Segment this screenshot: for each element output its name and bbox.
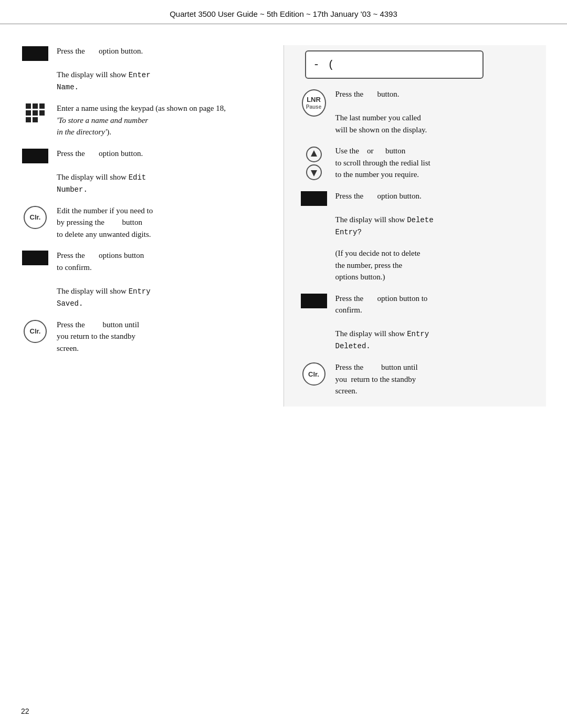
left-step-4-text: Edit the number if you need to by pressi… — [57, 205, 268, 241]
page-number: 22 — [21, 707, 29, 715]
svg-marker-3 — [311, 170, 317, 176]
header-title: Quartet 3500 User Guide ~ 5th Edition ~ … — [170, 9, 397, 18]
left-column: Press the option button. The display wil… — [21, 45, 284, 407]
left-step-2: Enter a name using the keypad (as shown … — [21, 102, 268, 138]
right-step-3: Press the option button. The display wil… — [300, 190, 547, 238]
svg-marker-1 — [311, 150, 317, 157]
right-step-4-text: (If you decide not to delete the number,… — [335, 247, 547, 283]
left-step-3: Press the option button. The display wil… — [21, 148, 268, 195]
right-step-2-text: Use the or button to scroll through the … — [335, 145, 547, 181]
left-step-5-text: Press the options buttonto confirm. The … — [57, 249, 268, 309]
left-step-5: Press the options buttonto confirm. The … — [21, 249, 268, 309]
right-step-6: Clr. Press the button until you return t… — [300, 361, 547, 397]
right-step-5-text: Press the option button toconfirm. The d… — [335, 293, 547, 352]
clr-button-icon-2: Clr. — [21, 320, 49, 343]
keypad-icon — [21, 103, 49, 122]
right-step-6-text: Press the button until you return to the… — [335, 361, 547, 397]
right-column: - ( LNR Pause Press the button. The last… — [284, 45, 547, 407]
left-step-2-text: Enter a name using the keypad (as shown … — [57, 102, 268, 138]
black-rect-icon-r5 — [300, 294, 328, 308]
left-step-1: Press the option button. The display wil… — [21, 45, 268, 93]
black-rect-icon-1 — [21, 46, 49, 61]
right-step-1-text: Press the button. The last number you ca… — [335, 88, 547, 136]
right-step-3-text: Press the option button. The display wil… — [335, 190, 547, 238]
black-rect-icon-3 — [21, 149, 49, 163]
black-rect-icon-r3 — [300, 191, 328, 206]
black-rect-icon-5 — [21, 251, 49, 265]
lnr-button-icon: LNR Pause — [300, 89, 328, 117]
clr-button-icon-r6: Clr. — [300, 362, 328, 386]
clr-button-icon-1: Clr. — [21, 206, 49, 229]
page-header: Quartet 3500 User Guide ~ 5th Edition ~ … — [0, 0, 567, 24]
right-step-2: Use the or button to scroll through the … — [300, 145, 547, 181]
right-step-1: LNR Pause Press the button. The last num… — [300, 88, 547, 136]
right-step-4: (If you decide not to delete the number,… — [300, 247, 547, 283]
left-step-6-text: Press the button until you return to the… — [57, 319, 268, 355]
scroll-arrows-icon — [300, 146, 328, 181]
left-step-1-text: Press the option button. The display wil… — [57, 45, 268, 93]
right-step-5: Press the option button toconfirm. The d… — [300, 293, 547, 352]
left-step-3-text: Press the option button. The display wil… — [57, 148, 268, 195]
main-content: Press the option button. The display wil… — [0, 40, 567, 412]
display-box: - ( — [305, 50, 484, 79]
left-step-4: Clr. Edit the number if you need to by p… — [21, 205, 268, 241]
left-step-6: Clr. Press the button until you return t… — [21, 319, 268, 355]
